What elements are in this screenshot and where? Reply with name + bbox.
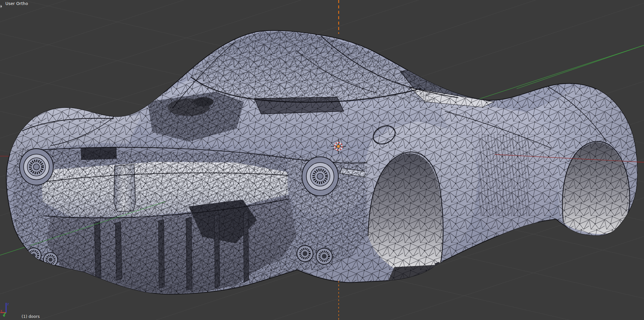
object-origin-dot	[337, 145, 340, 148]
status-label: (1) doors	[22, 314, 40, 319]
gizmo-x-label: x	[0, 309, 2, 313]
tail-light-right	[302, 157, 338, 196]
gizmo-y-label: y	[4, 312, 6, 315]
gizmo-z-label: z	[7, 302, 9, 306]
blender-3d-viewport[interactable]: x z y User Ortho (1) doors	[0, 0, 644, 320]
viewport-canvas: x z y	[0, 0, 644, 320]
view-label: User Ortho	[5, 1, 28, 6]
panel-toggle[interactable]	[0, 4, 2, 8]
tail-light-left	[20, 149, 53, 185]
